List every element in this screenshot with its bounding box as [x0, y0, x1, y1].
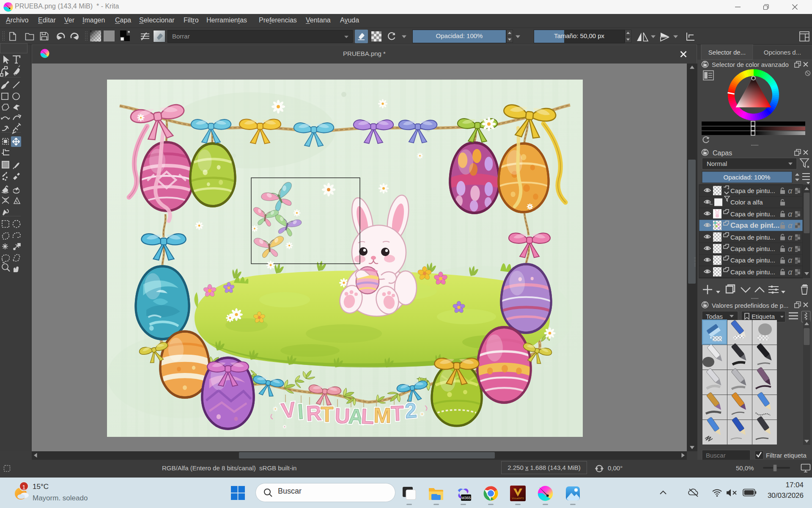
svg-text:L: L — [360, 404, 374, 429]
svg-text:α: α — [788, 187, 793, 195]
svg-text:α: α — [788, 233, 793, 242]
svg-text:R: R — [306, 401, 322, 425]
svg-text:VirtualMT2: VirtualMT2 — [512, 497, 524, 500]
svg-text:Filtrar etiqueta: Filtrar etiqueta — [766, 452, 807, 459]
svg-text:2: 2 — [404, 398, 418, 423]
svg-text:T: T — [321, 403, 334, 426]
svg-text:α: α — [788, 256, 793, 265]
svg-text:α: α — [788, 268, 793, 276]
svg-text:Capa de pintu...: Capa de pintu... — [730, 187, 775, 194]
svg-text:Opciones d...: Opciones d... — [764, 49, 801, 56]
svg-text:M: M — [373, 403, 392, 428]
svg-text:α: α — [788, 221, 793, 230]
svg-text:Buscar: Buscar — [706, 452, 726, 459]
svg-text:α: α — [788, 245, 793, 253]
svg-text:Todas: Todas — [706, 313, 723, 320]
svg-text:α: α — [788, 210, 793, 218]
svg-text:Selector de color avanzado: Selector de color avanzado — [712, 61, 789, 68]
svg-text:Opacidad: 100%: Opacidad: 100% — [724, 174, 771, 181]
svg-text:Capa de pintu...: Capa de pintu... — [730, 268, 775, 276]
svg-text:Selector de...: Selector de... — [708, 49, 746, 56]
svg-text:Normal: Normal — [707, 160, 727, 167]
svg-text:Valores predefinidos de p...: Valores predefinidos de p... — [712, 302, 789, 309]
svg-text:Capa de pintu...: Capa de pintu... — [730, 210, 775, 218]
svg-text:Capa de pintu...: Capa de pintu... — [730, 245, 775, 252]
svg-text:Capa de pintu...: Capa de pintu... — [730, 257, 775, 264]
svg-text:M365: M365 — [461, 496, 471, 500]
svg-text:Capa de pintu...: Capa de pintu... — [730, 234, 775, 241]
svg-text:Capa de pint...: Capa de pint... — [730, 221, 779, 229]
svg-text:T: T — [390, 401, 404, 425]
svg-text:Etiqueta: Etiqueta — [752, 313, 775, 320]
svg-text:Color a alfa: Color a alfa — [730, 199, 763, 206]
svg-text:Capas: Capas — [713, 149, 732, 157]
